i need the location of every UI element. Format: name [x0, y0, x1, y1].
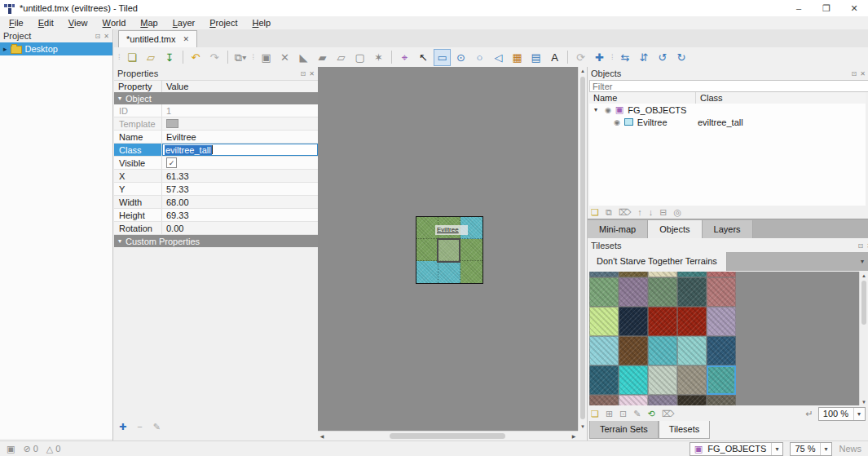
embed-tileset-button[interactable]: ⊞ — [606, 409, 613, 419]
object-section-header[interactable]: ▾Object — [114, 92, 318, 104]
close-button[interactable]: ✕ — [840, 0, 868, 16]
select-same-tile-tool[interactable]: ⌖ — [396, 49, 413, 66]
menu-project[interactable]: Project — [202, 16, 245, 29]
tileset-tile[interactable] — [707, 365, 736, 395]
tileset-tile[interactable] — [589, 336, 619, 365]
add-property-button[interactable]: ✚ — [119, 422, 126, 432]
tileset-tile[interactable] — [589, 307, 619, 336]
object-row[interactable]: ◉ Eviltree eviltree_tall — [589, 116, 866, 128]
collapse-caret-icon[interactable]: ▾ — [594, 106, 601, 113]
menu-map[interactable]: Map — [133, 16, 165, 29]
export-tileset-button[interactable]: ⊡ — [619, 409, 627, 419]
layer-selector-combo[interactable]: ▣ FG_OBJECTS ▾ — [690, 442, 784, 456]
map-tile-grass[interactable] — [460, 261, 482, 283]
tileset-tile[interactable] — [619, 395, 648, 405]
dock-float-icon[interactable]: ⊡ — [852, 70, 857, 77]
property-value[interactable]: 57.33 — [161, 183, 318, 195]
dock-float-icon[interactable]: ⊡ — [95, 33, 101, 40]
new-tileset-button[interactable]: ❏ — [591, 409, 599, 419]
project-item-desktop[interactable]: ▸ Desktop — [0, 42, 112, 55]
undo-button[interactable]: ↶ — [187, 49, 205, 66]
property-row-x[interactable]: X61.33 — [114, 170, 318, 183]
property-value[interactable]: 0.00 — [161, 222, 318, 234]
tileset-tile[interactable] — [677, 272, 707, 277]
flip-vertical-button[interactable]: ⇵ — [636, 49, 653, 66]
move-layer-tool[interactable]: ✚ — [591, 49, 608, 66]
flip-horizontal-button[interactable]: ⇆ — [617, 49, 634, 66]
insert-text-tool[interactable]: A — [546, 49, 563, 66]
edit-property-button[interactable]: ✎ — [153, 422, 161, 432]
tab-objects[interactable]: Objects — [648, 220, 702, 238]
map-canvas[interactable]: Eviltree — [318, 67, 578, 431]
insert-polygon-tool[interactable]: ◁ — [490, 49, 507, 66]
eraser-tool[interactable]: ▱ — [333, 49, 350, 66]
tileset-tile[interactable] — [707, 277, 736, 307]
tab-layers[interactable]: Layers — [703, 220, 753, 238]
property-row-class[interactable]: Classeviltree_tall — [114, 144, 318, 157]
insert-template-tool[interactable]: ▤ — [527, 49, 544, 66]
raise-object-button[interactable]: ↑ — [637, 207, 642, 217]
tileset-tile[interactable] — [619, 307, 648, 336]
tileset-tile[interactable] — [648, 272, 677, 277]
tileset-tile[interactable] — [619, 277, 648, 307]
property-row-width[interactable]: Width68.00 — [114, 196, 318, 209]
insert-tile-tool[interactable]: ▦ — [509, 49, 526, 66]
menu-view[interactable]: View — [61, 16, 95, 29]
minimize-button[interactable]: – — [785, 0, 813, 16]
reload-tileset-button[interactable]: ⟲ — [648, 409, 655, 419]
menu-file[interactable]: File — [2, 16, 31, 29]
warning-count[interactable]: △ 0 — [46, 444, 61, 454]
open-map-button[interactable]: ▱ — [143, 49, 160, 66]
rotate-right-button[interactable]: ↻ — [673, 49, 690, 66]
tab-mini-map[interactable]: Mini-map — [588, 220, 648, 238]
rectangular-select-tool[interactable]: ▢ — [351, 49, 368, 66]
restore-button[interactable]: ❐ — [813, 0, 840, 16]
dock-float-icon[interactable]: ⊡ — [858, 242, 864, 250]
tileset-tile[interactable] — [648, 395, 677, 405]
insert-rectangle-tool[interactable]: ▭ — [434, 49, 451, 66]
shape-fill-tool[interactable]: ▰ — [314, 49, 331, 66]
tileset-tile[interactable] — [677, 307, 707, 336]
tileset-view[interactable]: ▲ ▼ — [589, 272, 867, 405]
property-row-name[interactable]: NameEviltree — [114, 131, 318, 144]
tileset-tab[interactable]: Don't Starve Together Terrains — [588, 252, 727, 271]
tileset-tile[interactable] — [619, 365, 648, 395]
property-row-id[interactable]: ID1 — [114, 104, 318, 117]
tileset-zoom-select[interactable]: 100 % ▾ — [818, 407, 866, 421]
scrollbar-thumb[interactable] — [580, 77, 585, 419]
dock-float-icon[interactable]: ⊡ — [301, 70, 306, 77]
map-tile-water[interactable] — [438, 261, 460, 283]
menu-world[interactable]: World — [95, 16, 134, 29]
terrain-brush-tool[interactable]: ✕ — [276, 49, 293, 66]
duplicate-objects-button[interactable]: ⧉ — [606, 207, 612, 218]
property-row-y[interactable]: Y57.33 — [114, 183, 318, 196]
tileset-tile[interactable] — [589, 395, 619, 405]
property-value[interactable]: 1 — [161, 104, 318, 117]
map-tile-grass[interactable] — [416, 239, 438, 261]
property-row-template[interactable]: Template — [114, 117, 318, 131]
tileset-tile[interactable] — [677, 336, 707, 365]
tile-map[interactable]: Eviltree — [416, 216, 483, 284]
dock-close-icon[interactable]: ✕ — [104, 33, 109, 40]
property-row-height[interactable]: Height69.33 — [114, 209, 318, 222]
property-value[interactable]: 69.33 — [161, 209, 318, 221]
error-count[interactable]: ⊘ 0 — [23, 444, 37, 454]
insert-point-tool[interactable]: ⊙ — [452, 49, 469, 66]
tileset-tile[interactable] — [707, 395, 736, 405]
news-link[interactable]: News — [839, 444, 861, 454]
tileset-tile[interactable] — [648, 307, 677, 336]
tileset-tile[interactable] — [619, 336, 648, 365]
property-row-visible[interactable]: Visible✓ — [114, 157, 318, 170]
scroll-down-icon[interactable]: ▼ — [579, 423, 587, 431]
console-toggle-icon[interactable]: ▣ — [7, 444, 15, 454]
menu-edit[interactable]: Edit — [31, 16, 61, 29]
tab-terrain-sets[interactable]: Terrain Sets — [589, 421, 659, 439]
insert-ellipse-tool[interactable]: ○ — [471, 49, 488, 66]
scrollbar-thumb[interactable] — [390, 433, 505, 439]
bucket-fill-tool[interactable]: ◣ — [295, 49, 312, 66]
highlight-object-button[interactable]: ◎ — [674, 207, 682, 218]
scroll-left-icon[interactable]: ◀ — [318, 432, 326, 441]
property-value[interactable]: Eviltree — [161, 131, 318, 143]
map-tile-grass[interactable] — [460, 239, 482, 261]
remove-tileset-button[interactable]: ⌦ — [662, 409, 675, 419]
